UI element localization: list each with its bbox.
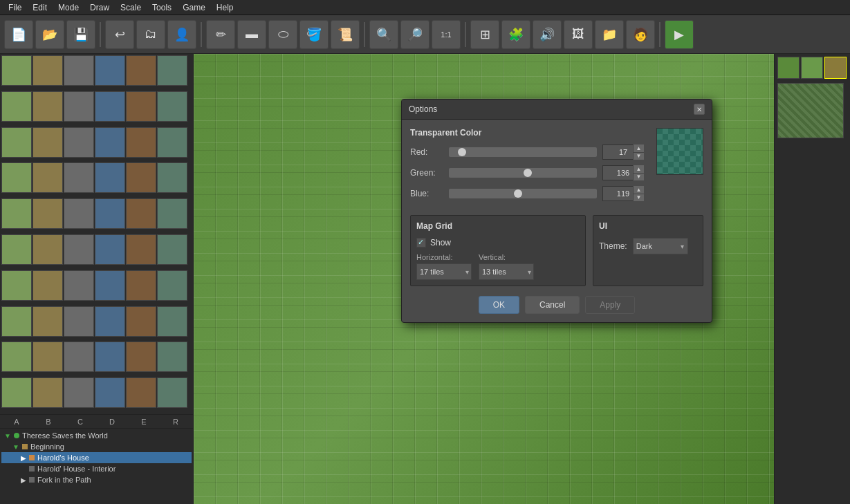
toolbar-save[interactable]: 💾 <box>66 20 95 49</box>
tile-cell[interactable] <box>95 55 125 86</box>
tile-cell[interactable] <box>157 162 187 193</box>
toolbar-audio[interactable]: 🔊 <box>533 20 562 49</box>
toolbar-char[interactable]: 👤 <box>167 20 196 49</box>
tile-cell[interactable] <box>33 234 63 265</box>
tile-cell[interactable] <box>157 306 187 337</box>
tile-cell[interactable] <box>1 55 32 86</box>
tile-cell[interactable] <box>95 91 125 122</box>
tile-cell[interactable] <box>126 270 156 301</box>
tile-cell[interactable] <box>126 127 156 158</box>
toolbar-tilesheet[interactable]: 🗂 <box>136 20 165 49</box>
red-down[interactable]: ▼ <box>633 153 644 160</box>
tile-cell[interactable] <box>95 198 125 229</box>
theme-select[interactable]: Dark Light <box>633 238 688 254</box>
tile-cell[interactable] <box>1 377 32 408</box>
blue-slider[interactable] <box>449 189 597 198</box>
tile-cell[interactable] <box>33 342 63 372</box>
tile-cell[interactable] <box>157 55 187 86</box>
blue-down[interactable]: ▼ <box>633 194 644 202</box>
menu-edit[interactable]: Edit <box>27 1 53 14</box>
ok-button[interactable]: OK <box>479 296 519 314</box>
toolbar-zoom-in[interactable]: 🔍 <box>369 20 398 49</box>
tree-item-fork[interactable]: ▶ Fork in the Path <box>1 474 192 485</box>
tile-cell[interactable] <box>157 342 187 372</box>
tile-cell[interactable] <box>126 162 156 193</box>
tile-cell[interactable] <box>126 198 156 229</box>
tile-cell[interactable] <box>1 342 32 372</box>
blue-up[interactable]: ▲ <box>633 186 644 194</box>
tile-cell[interactable] <box>64 198 94 229</box>
tile-cell[interactable] <box>126 306 156 337</box>
menu-tools[interactable]: Tools <box>147 1 177 14</box>
green-down[interactable]: ▼ <box>633 174 644 181</box>
tile-cell[interactable] <box>95 342 125 372</box>
toolbar-zoom-reset[interactable]: 1:1 <box>432 20 461 49</box>
menu-draw[interactable]: Draw <box>84 1 115 14</box>
vertical-select[interactable]: 13 tiles 17 tiles 10 tiles <box>479 263 534 280</box>
tile-cell[interactable] <box>95 234 125 265</box>
menu-mode[interactable]: Mode <box>53 1 84 14</box>
menu-scale[interactable]: Scale <box>115 1 147 14</box>
thumb-1[interactable] <box>777 57 800 79</box>
tile-cell[interactable] <box>33 91 63 122</box>
tile-cell[interactable] <box>157 270 187 301</box>
tile-cell[interactable] <box>126 234 156 265</box>
map-area[interactable]: Options ✕ Transparent Color Red: <box>194 54 774 504</box>
thumb-3-selected[interactable] <box>824 57 847 79</box>
tile-cell[interactable] <box>126 55 156 86</box>
tile-cell[interactable] <box>126 342 156 372</box>
tile-cell[interactable] <box>64 234 94 265</box>
menu-file[interactable]: File <box>3 1 27 14</box>
red-up[interactable]: ▲ <box>633 144 644 153</box>
tile-cell[interactable] <box>126 377 156 408</box>
tile-cell[interactable] <box>64 91 94 122</box>
tile-cell[interactable] <box>33 306 63 337</box>
tile-cell[interactable] <box>126 91 156 122</box>
toolbar-folder2[interactable]: 📁 <box>595 20 624 49</box>
apply-button[interactable]: Apply <box>585 296 635 314</box>
toolbar-play[interactable]: ▶ <box>665 20 694 49</box>
tile-cell[interactable] <box>157 198 187 229</box>
tile-cell[interactable] <box>1 270 32 301</box>
tile-cell[interactable] <box>95 377 125 408</box>
thumb-2[interactable] <box>801 57 823 79</box>
toolbar-rect[interactable]: ▬ <box>237 20 266 49</box>
toolbar-zoom-out[interactable]: 🔎 <box>400 20 429 49</box>
tile-cell[interactable] <box>64 342 94 372</box>
toolbar-grid[interactable]: ⊞ <box>470 20 499 49</box>
toolbar-script[interactable]: 📜 <box>331 20 360 49</box>
thumb-large[interactable] <box>777 83 844 138</box>
tile-cell[interactable] <box>1 162 32 193</box>
tree-item-root[interactable]: ▼ Therese Saves the World <box>1 430 192 441</box>
tree-item-harolds-house[interactable]: ▶ Harold's House <box>1 452 192 463</box>
tile-cell[interactable] <box>1 198 32 229</box>
tile-cell[interactable] <box>95 162 125 193</box>
tile-cell[interactable] <box>1 91 32 122</box>
toolbar-puzzle[interactable]: 🧩 <box>501 20 530 49</box>
tile-cell[interactable] <box>64 306 94 337</box>
toolbar-pencil[interactable]: ✏ <box>206 20 235 49</box>
tile-cell[interactable] <box>95 127 125 158</box>
red-slider[interactable] <box>449 147 597 157</box>
tile-cell[interactable] <box>95 306 125 337</box>
tile-cell[interactable] <box>1 127 32 158</box>
tile-cell[interactable] <box>157 377 187 408</box>
dialog-close-button[interactable]: ✕ <box>694 104 705 115</box>
tile-cell[interactable] <box>1 234 32 265</box>
tile-cell[interactable] <box>33 127 63 158</box>
toolbar-open[interactable]: 📂 <box>35 20 64 49</box>
tile-cell[interactable] <box>33 270 63 301</box>
toolbar-ellipse[interactable]: ⬭ <box>268 20 297 49</box>
dialog-titlebar[interactable]: Options ✕ <box>402 100 712 120</box>
tile-cell[interactable] <box>157 234 187 265</box>
tile-cell[interactable] <box>33 55 63 86</box>
tile-cell[interactable] <box>33 198 63 229</box>
toolbar-undo[interactable]: ↩ <box>105 20 134 49</box>
tile-cell[interactable] <box>1 306 32 337</box>
tile-cell[interactable] <box>64 270 94 301</box>
menu-game[interactable]: Game <box>177 1 211 14</box>
green-up[interactable]: ▲ <box>633 165 644 174</box>
menu-help[interactable]: Help <box>211 1 239 14</box>
cancel-button[interactable]: Cancel <box>525 296 580 314</box>
tile-cell[interactable] <box>33 377 63 408</box>
